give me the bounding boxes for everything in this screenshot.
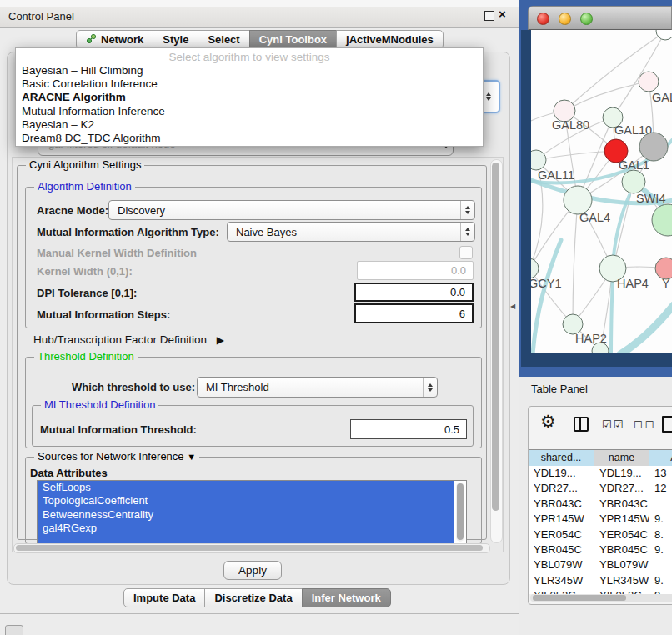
- network-node[interactable]: [639, 132, 668, 161]
- tab-label: Network: [101, 33, 143, 46]
- sources-group-title[interactable]: Sources for Network Inference ▼: [34, 450, 199, 462]
- mi-type-combo[interactable]: Naive Bayes: [227, 222, 475, 242]
- network-node-gal[interactable]: [639, 72, 659, 92]
- network-node-label: Y: [662, 277, 670, 290]
- split-columns-icon[interactable]: [574, 417, 589, 432]
- tab-discretize-data[interactable]: Discretize Data: [204, 588, 302, 608]
- manual-kernel-checkbox[interactable]: [459, 246, 473, 259]
- network-canvas[interactable]: GALGAL80GAL10GAL1GAL11SWI4GAL4GCY1HAP4YH…: [531, 30, 672, 352]
- table-row[interactable]: YIL052CYIL052C9: [529, 588, 672, 594]
- network-edge-highlighted[interactable]: [620, 305, 672, 352]
- algorithm-option[interactable]: Mutual Information Inference: [16, 105, 483, 118]
- column-header-shared-[interactable]: shared...: [529, 449, 594, 467]
- table-row[interactable]: YLR345WYLR345W9.: [529, 573, 672, 588]
- table-cell: YIL052C: [529, 588, 594, 594]
- tab-cyni-toolbox[interactable]: Cyni Toolbox: [249, 30, 337, 49]
- cyni-bottom-tabs: Impute DataDiscretize DataInfer Network: [123, 588, 391, 608]
- table-cell: YBR045C: [594, 542, 649, 558]
- which-threshold-label: Which threshold to use:: [72, 381, 195, 393]
- algorithm-option[interactable]: Bayesian – Hill Climbing: [16, 64, 483, 78]
- hub-definition-toggle[interactable]: Hub/Transcription Factor Definition ▶: [33, 333, 224, 346]
- table-horizontal-scrollbar[interactable]: [530, 594, 672, 602]
- tab-infer-network[interactable]: Infer Network: [302, 588, 391, 608]
- split-collapse-arrow[interactable]: ◀: [510, 302, 515, 310]
- algorithm-option[interactable]: Bayesian – K2: [16, 118, 483, 132]
- network-node[interactable]: [652, 204, 672, 236]
- network-edge[interactable]: [564, 32, 665, 111]
- network-node-label: GAL11: [538, 168, 574, 182]
- close-icon[interactable]: ×: [499, 7, 506, 21]
- attribute-item[interactable]: TopologicalCoefficient: [38, 494, 454, 508]
- table-row[interactable]: YBL079WYBL079W: [529, 558, 672, 572]
- cyni-settings-group-title: Cyni Algorithm Settings: [26, 158, 144, 171]
- settings-vertical-scrollbar[interactable]: [490, 159, 503, 543]
- table-row[interactable]: YPR145WYPR145W9.: [529, 512, 672, 527]
- attribute-item[interactable]: SelfLoops: [38, 481, 454, 494]
- settings-horizontal-scrollbar[interactable]: [13, 543, 490, 553]
- network-edge[interactable]: [564, 82, 649, 111]
- network-node[interactable]: [656, 30, 672, 40]
- table-row[interactable]: YBR045CYBR045C9.: [529, 542, 672, 558]
- dpi-tolerance-input[interactable]: 0.0: [354, 282, 474, 302]
- data-attributes-list[interactable]: SelfLoopsTopologicalCoefficientBetweenne…: [37, 480, 467, 544]
- network-node-gal4[interactable]: [564, 186, 592, 214]
- checked-pair-icon[interactable]: ☑☑: [602, 418, 624, 431]
- unchecked-pair-icon[interactable]: ☐☐: [634, 419, 657, 431]
- table-row[interactable]: YDR27...YDR27...12: [529, 481, 672, 496]
- table-cell: YBR045C: [529, 542, 594, 558]
- tab-label: Style: [163, 33, 188, 46]
- aracne-mode-combo[interactable]: Discovery: [108, 200, 475, 220]
- tab-select[interactable]: Select: [198, 30, 249, 49]
- zoom-traffic-light-icon[interactable]: [580, 12, 593, 25]
- document-icon[interactable]: [662, 416, 672, 432]
- table-cell: YPR145W: [529, 512, 594, 527]
- algorithm-option[interactable]: Dream8 DC_TDC Algorithm: [16, 132, 483, 145]
- network-node-gcy1[interactable]: [531, 258, 539, 278]
- algorithm-option[interactable]: ARACNE Algorithm: [16, 91, 483, 104]
- table-cell: YLR345W: [594, 573, 649, 588]
- kernel-width-input[interactable]: 0.0: [357, 261, 474, 280]
- column-header-a[interactable]: A: [649, 449, 672, 467]
- network-node-label: GAL: [652, 91, 672, 104]
- expanded-caret-icon: ▼: [187, 452, 196, 462]
- combo-stepper-icon: [460, 222, 474, 241]
- float-icon[interactable]: [484, 11, 494, 21]
- table-row[interactable]: YDL19...YDL19...13: [529, 466, 672, 481]
- which-threshold-value: MI Threshold: [198, 381, 423, 393]
- minimize-traffic-light-icon[interactable]: [559, 12, 571, 25]
- close-traffic-light-icon[interactable]: [537, 12, 549, 25]
- mi-steps-input[interactable]: 6: [354, 303, 474, 323]
- data-attributes-label: Data Attributes: [30, 467, 108, 479]
- table-row[interactable]: YER054CYER054C8.: [529, 528, 672, 542]
- network-node-label: GAL4: [579, 211, 610, 224]
- tab-network[interactable]: Network: [76, 30, 153, 49]
- table-cell: 9: [649, 588, 672, 594]
- table-cell: YDL19...: [594, 466, 649, 481]
- tab-jactivemnodules[interactable]: jActiveMNodules: [336, 30, 444, 49]
- attribute-item[interactable]: BetweennessCentrality: [38, 508, 454, 522]
- attribute-item[interactable]: gal4RGexp: [38, 522, 454, 535]
- network-edge[interactable]: [573, 200, 578, 324]
- table-cell: YBR043C: [594, 497, 649, 512]
- table-cell: YPR145W: [594, 512, 649, 527]
- mi-threshold-input[interactable]: 0.5: [350, 419, 467, 439]
- which-threshold-combo[interactable]: MI Threshold: [197, 377, 438, 398]
- bottom-left-partial-button[interactable]: [5, 625, 23, 635]
- attributes-scrollbar[interactable]: [456, 482, 464, 542]
- network-edge[interactable]: [613, 32, 665, 118]
- gear-icon[interactable]: ⚙: [540, 412, 556, 432]
- tab-impute-data[interactable]: Impute Data: [123, 588, 205, 608]
- tab-style[interactable]: Style: [153, 30, 198, 49]
- table-row[interactable]: YBR043CYBR043C: [529, 497, 672, 512]
- apply-button[interactable]: Apply: [223, 561, 282, 580]
- tab-label: Discretize Data: [214, 592, 292, 604]
- network-node-swi4[interactable]: [622, 170, 645, 193]
- table-cell: YDL19...: [529, 466, 594, 481]
- network-edge-highlighted[interactable]: [533, 240, 561, 352]
- table-cell: YBL079W: [594, 558, 649, 572]
- aracne-mode-value: Discovery: [109, 204, 460, 217]
- table-header: shared...nameA: [529, 449, 672, 467]
- control-panel-title: Control Panel: [8, 10, 74, 22]
- column-header-name[interactable]: name: [594, 449, 649, 467]
- algorithm-option[interactable]: Basic Correlation Inference: [16, 78, 483, 91]
